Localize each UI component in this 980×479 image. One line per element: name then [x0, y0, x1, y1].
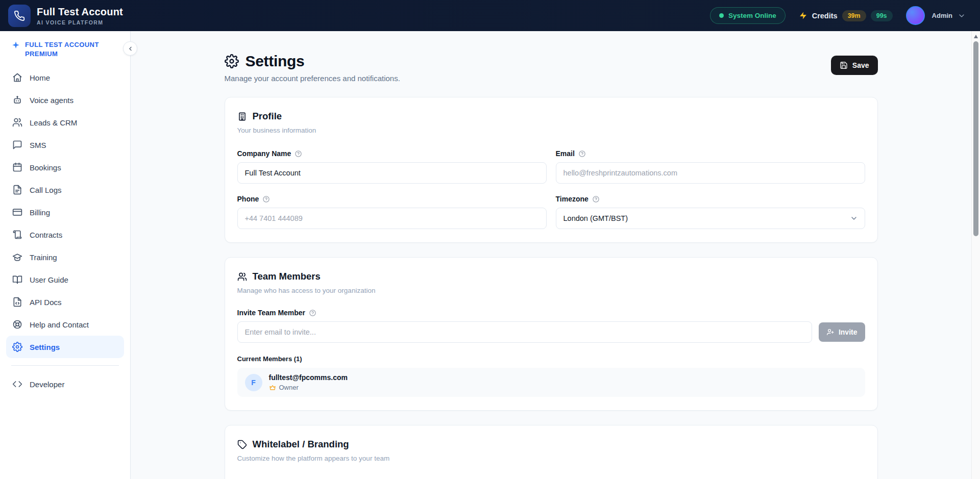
help-circle-icon[interactable] — [592, 195, 600, 203]
sidebar-item-call-logs[interactable]: Call Logs — [6, 179, 124, 201]
help-circle-icon[interactable] — [309, 309, 316, 317]
sidebar-footer-nav: Developer — [6, 373, 124, 395]
company-name-input[interactable] — [237, 162, 547, 184]
team-members-card: Team Members Manage who has access to yo… — [225, 257, 878, 411]
sidebar-item-developer[interactable]: Developer — [6, 373, 124, 395]
current-members-label: Current Members (1) — [237, 355, 865, 363]
member-email: fulltest@fpcomms.com — [269, 373, 348, 382]
sidebar-item-training[interactable]: Training — [6, 246, 124, 268]
sidebar-item-sms[interactable]: SMS — [6, 134, 124, 156]
branding-card: Whitelabel / Branding Customize how the … — [225, 425, 878, 479]
app-logo — [8, 5, 31, 27]
sidebar-item-settings[interactable]: Settings — [6, 336, 124, 358]
email-label: Email — [556, 149, 575, 158]
email-input[interactable] — [556, 162, 865, 184]
graduation-cap-icon — [12, 252, 22, 262]
gear-icon — [225, 54, 239, 68]
sidebar-item-bookings[interactable]: Bookings — [6, 156, 124, 179]
team-card-title: Team Members — [253, 271, 321, 282]
invite-button[interactable]: Invite — [819, 322, 865, 342]
phone-field-group: Phone — [237, 195, 547, 229]
sidebar-item-help-contact[interactable]: Help and Contact — [6, 313, 124, 336]
members-list: Ffulltest@fpcomms.comOwner — [237, 368, 865, 397]
file-text-icon — [12, 185, 22, 195]
timezone-select[interactable]: London (GMT/BST) — [556, 208, 865, 229]
zap-icon — [799, 11, 807, 20]
status-label: System Online — [728, 12, 776, 19]
sidebar-nav: HomeVoice agentsLeads & CRMSMSBookingsCa… — [6, 66, 124, 358]
brand-block: Full Test Account AI VOICE PLATFORM — [8, 5, 123, 27]
sidebar-item-label: Billing — [30, 208, 50, 217]
team-card-subtitle: Manage who has access to your organizati… — [237, 287, 865, 294]
file-code-icon — [12, 297, 22, 307]
sidebar-item-label: User Guide — [30, 275, 68, 284]
book-open-icon — [12, 274, 22, 285]
users-icon — [237, 272, 247, 282]
sidebar-item-label: Settings — [30, 343, 60, 351]
help-circle-icon[interactable] — [295, 150, 302, 158]
invite-email-input[interactable] — [237, 321, 812, 343]
status-dot — [719, 13, 724, 18]
phone-input[interactable] — [237, 208, 547, 229]
chevron-left-icon — [127, 45, 134, 52]
crown-icon — [269, 384, 276, 391]
users-icon — [12, 117, 22, 128]
sidebar-item-label: Voice agents — [30, 96, 74, 105]
scrollbar-thumb[interactable] — [973, 41, 978, 236]
profile-card-subtitle: Your business information — [237, 127, 865, 134]
avatar[interactable] — [906, 6, 925, 25]
profile-card: Profile Your business information Compan… — [225, 97, 878, 243]
sidebar-item-label: Leads & CRM — [30, 118, 77, 127]
message-icon — [12, 140, 22, 150]
scrollbar-up-arrow[interactable] — [974, 35, 978, 38]
credits-label: Credits — [812, 12, 838, 20]
scroll-icon — [12, 230, 22, 240]
robot-icon — [12, 95, 22, 105]
chevron-down-icon — [850, 214, 858, 222]
user-plus-icon — [826, 328, 835, 336]
invite-label: Invite Team Member — [237, 309, 306, 317]
vertical-scrollbar[interactable] — [971, 31, 980, 479]
timezone-label: Timezone — [556, 195, 589, 203]
sidebar-item-label: Contracts — [30, 231, 62, 239]
save-button[interactable]: Save — [831, 56, 878, 75]
company-name-label: Company Name — [237, 149, 291, 158]
sidebar-item-user-guide[interactable]: User Guide — [6, 268, 124, 291]
invite-button-label: Invite — [839, 328, 857, 336]
chevron-down-icon[interactable] — [958, 12, 966, 20]
sidebar-collapse-button[interactable] — [123, 41, 137, 56]
sidebar-item-billing[interactable]: Billing — [6, 201, 124, 223]
help-circle-icon[interactable] — [578, 150, 586, 158]
sidebar-item-label: Home — [30, 73, 50, 82]
gear-icon — [12, 342, 22, 352]
branding-card-title: Whitelabel / Branding — [253, 439, 349, 450]
phone-label: Phone — [237, 195, 259, 203]
team-member-row: Ffulltest@fpcomms.comOwner — [237, 368, 865, 397]
credits-minutes-badge: 39m — [842, 10, 866, 21]
sidebar-item-voice-agents[interactable]: Voice agents — [6, 89, 124, 111]
credit-card-icon — [12, 207, 22, 217]
page-subtitle: Manage your account preferences and noti… — [225, 74, 400, 83]
sidebar-item-api-docs[interactable]: API Docs — [6, 291, 124, 313]
company-name-field-group: Company Name — [237, 149, 547, 184]
user-menu[interactable]: Admin — [906, 6, 966, 25]
credits-seconds-badge: 99s — [871, 10, 893, 21]
calendar-icon — [12, 162, 22, 172]
plan-banner: FULL TEST ACCOUNT PREMIUM — [6, 40, 124, 58]
sidebar-item-contracts[interactable]: Contracts — [6, 223, 124, 246]
sidebar-item-leads-crm[interactable]: Leads & CRM — [6, 111, 124, 134]
help-circle-icon[interactable] — [262, 195, 270, 203]
main-content: Settings Manage your account preferences… — [131, 31, 971, 479]
app-title: Full Test Account — [37, 6, 123, 18]
sidebar-item-home[interactable]: Home — [6, 66, 124, 89]
home-icon — [12, 72, 22, 83]
tag-icon — [237, 440, 247, 449]
plan-label: FULL TEST ACCOUNT PREMIUM — [25, 40, 119, 58]
building-icon — [237, 112, 247, 121]
save-icon — [840, 61, 848, 69]
page-title: Settings — [246, 53, 305, 70]
app-subtitle: AI VOICE PLATFORM — [37, 19, 123, 26]
timezone-value: London (GMT/BST) — [564, 214, 628, 222]
sidebar-divider — [11, 365, 119, 366]
life-buoy-icon — [12, 319, 22, 330]
